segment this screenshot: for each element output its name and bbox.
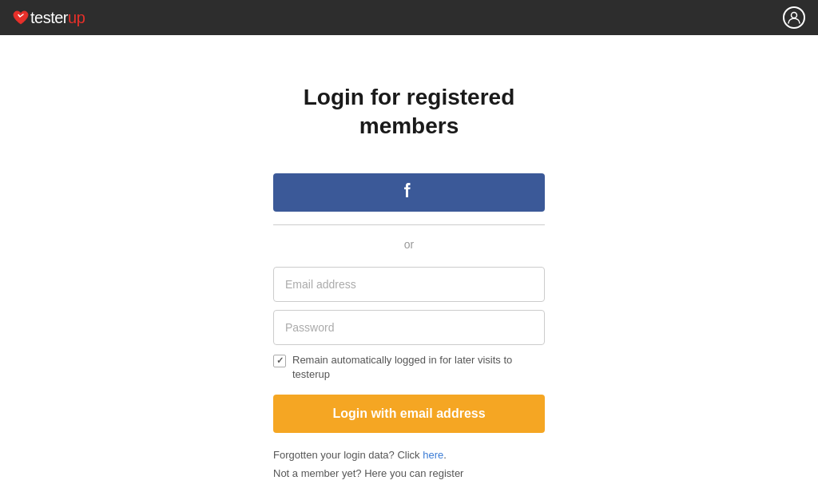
login-form-container: or ✓ Remain automatically logged in for … — [273, 173, 545, 479]
facebook-icon — [399, 181, 419, 204]
brand-heart-icon — [13, 10, 29, 25]
email-input[interactable] — [273, 267, 545, 302]
remember-me-label: Remain automatically logged in for later… — [292, 353, 545, 382]
login-email-button[interactable]: Login with email address — [273, 395, 545, 433]
or-divider: or — [404, 238, 414, 251]
not-member-text: Not a member yet? Here you can register — [273, 467, 545, 479]
navbar: testerup — [0, 0, 818, 35]
main-content: Login for registered members or ✓ Remain… — [0, 35, 818, 479]
remember-me-row: ✓ Remain automatically logged in for lat… — [273, 353, 545, 382]
checkmark-icon: ✓ — [276, 355, 284, 366]
brand-text-tester: tester — [30, 9, 68, 27]
page-title: Login for registered members — [304, 83, 514, 141]
facebook-login-button[interactable] — [273, 173, 545, 212]
forgotten-password-text: Forgotten your login data? Click here. — [273, 449, 545, 461]
forgotten-password-link[interactable]: here — [423, 449, 443, 461]
remember-me-checkbox[interactable]: ✓ — [273, 355, 286, 367]
brand-logo[interactable]: testerup — [13, 9, 85, 27]
user-account-icon[interactable] — [783, 6, 805, 29]
brand-text-up: up — [68, 9, 85, 27]
password-input[interactable] — [273, 310, 545, 345]
svg-point-0 — [792, 13, 797, 18]
separator-line — [273, 224, 545, 225]
